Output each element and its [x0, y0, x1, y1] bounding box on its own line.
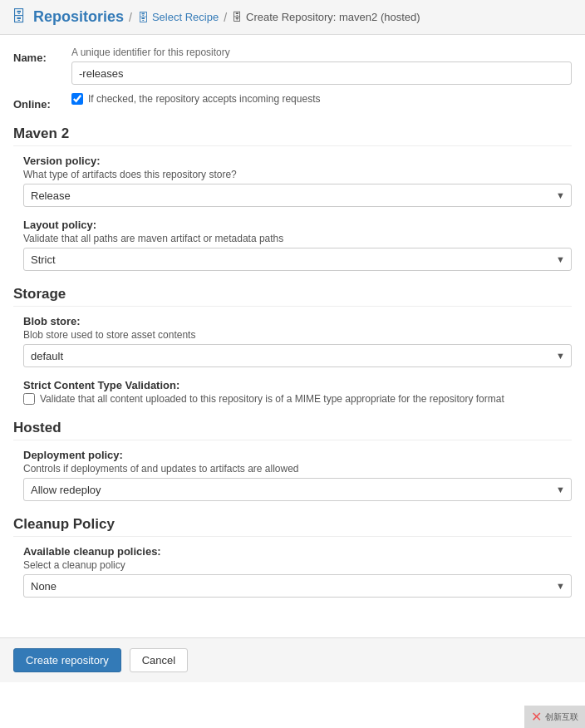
layout-policy-select-wrap: Strict Permissive ▼ [23, 248, 572, 271]
current-page: 🗄 Create Repository: maven2 (hosted) [232, 11, 420, 23]
footer: Create repository Cancel [0, 637, 585, 682]
select-recipe-label: Select Recipe [152, 11, 219, 23]
hosted-section-title: Hosted [13, 420, 572, 440]
select-recipe-link[interactable]: 🗄 Select Recipe [137, 11, 219, 24]
strict-content-group: Strict Content Type Validation: Validate… [23, 379, 572, 405]
online-checkbox-row: If checked, the repository accepts incom… [71, 93, 572, 105]
repositories-title[interactable]: Repositories [33, 8, 124, 26]
layout-policy-hint: Validate that all paths are maven artifa… [23, 233, 572, 244]
name-hint: A unique identifier for this repository [71, 47, 572, 58]
strict-content-checkbox[interactable] [23, 393, 35, 405]
current-page-label: Create Repository: maven2 (hosted) [246, 11, 420, 23]
current-page-icon: 🗄 [232, 11, 243, 23]
deployment-policy-group: Deployment policy: Controls if deploymen… [23, 449, 572, 501]
watermark-logo-icon: ✕ [531, 709, 542, 725]
blob-store-select-wrap: default ▼ [23, 344, 572, 367]
layout-policy-label: Layout policy: [23, 219, 572, 231]
sep1: / [129, 11, 132, 24]
cleanup-policy-select-wrap: None ▼ [23, 574, 572, 598]
repositories-icon: 🗄 [12, 8, 27, 26]
watermark: ✕ 创新互联 [524, 706, 585, 728]
version-policy-group: Version policy: What type of artifacts d… [23, 155, 572, 207]
breadcrumb: 🗄 Repositories / 🗄 Select Recipe / 🗄 Cre… [0, 0, 585, 35]
cleanup-policy-hint: Select a cleanup policy [23, 559, 572, 571]
cleanup-policy-select[interactable]: None [23, 574, 572, 598]
storage-section-title: Storage [13, 286, 572, 307]
cancel-button[interactable]: Cancel [130, 648, 188, 672]
maven2-section: Version policy: What type of artifacts d… [23, 155, 572, 271]
blob-store-hint: Blob store used to store asset contents [23, 329, 572, 341]
cleanup-policy-label: Available cleanup policies: [23, 545, 572, 558]
cleanup-section-title: Cleanup Policy [13, 516, 572, 537]
hosted-section: Deployment policy: Controls if deploymen… [23, 449, 572, 501]
version-policy-select[interactable]: Release Snapshot Mixed [23, 184, 572, 207]
blob-store-select[interactable]: default [23, 344, 572, 367]
version-policy-label: Version policy: [23, 155, 572, 167]
deployment-policy-hint: Controls if deployments of and updates t… [23, 463, 572, 475]
cleanup-policy-group: Available cleanup policies: Select a cle… [23, 545, 572, 598]
main-content: Name: A unique identifier for this repos… [0, 35, 585, 621]
layout-policy-group: Layout policy: Validate that all paths a… [23, 219, 572, 271]
strict-content-label: Strict Content Type Validation: [23, 379, 572, 391]
online-checkbox[interactable] [71, 93, 83, 105]
blob-store-label: Blob store: [23, 315, 572, 327]
strict-content-checkbox-row: Validate that all content uploaded to th… [23, 393, 572, 405]
layout-policy-select[interactable]: Strict Permissive [23, 248, 572, 271]
deployment-policy-label: Deployment policy: [23, 449, 572, 461]
storage-section: Blob store: Blob store used to store ass… [23, 315, 572, 405]
strict-content-hint: Validate that all content uploaded to th… [40, 393, 504, 405]
online-label: Online: [13, 93, 71, 111]
deployment-policy-select[interactable]: Allow redeploy Disable redeploy Read-onl… [23, 478, 572, 501]
name-label: Name: [13, 47, 71, 64]
select-recipe-icon: 🗄 [137, 11, 149, 24]
watermark-text: 创新互联 [545, 711, 578, 723]
sep2: / [224, 11, 227, 24]
maven2-section-title: Maven 2 [13, 125, 572, 146]
cleanup-section: Available cleanup policies: Select a cle… [23, 545, 572, 598]
deployment-policy-select-wrap: Allow redeploy Disable redeploy Read-onl… [23, 478, 572, 501]
name-input[interactable] [71, 61, 572, 85]
name-row: Name: A unique identifier for this repos… [13, 47, 572, 85]
online-row: Online: If checked, the repository accep… [13, 93, 572, 111]
online-checkbox-label: If checked, the repository accepts incom… [88, 93, 320, 105]
online-field-container: If checked, the repository accepts incom… [71, 93, 572, 105]
version-policy-hint: What type of artifacts does this reposit… [23, 169, 572, 180]
name-field-container: A unique identifier for this repository [71, 47, 572, 85]
create-repository-button[interactable]: Create repository [13, 648, 121, 672]
version-policy-select-wrap: Release Snapshot Mixed ▼ [23, 184, 572, 207]
blob-store-group: Blob store: Blob store used to store ass… [23, 315, 572, 367]
